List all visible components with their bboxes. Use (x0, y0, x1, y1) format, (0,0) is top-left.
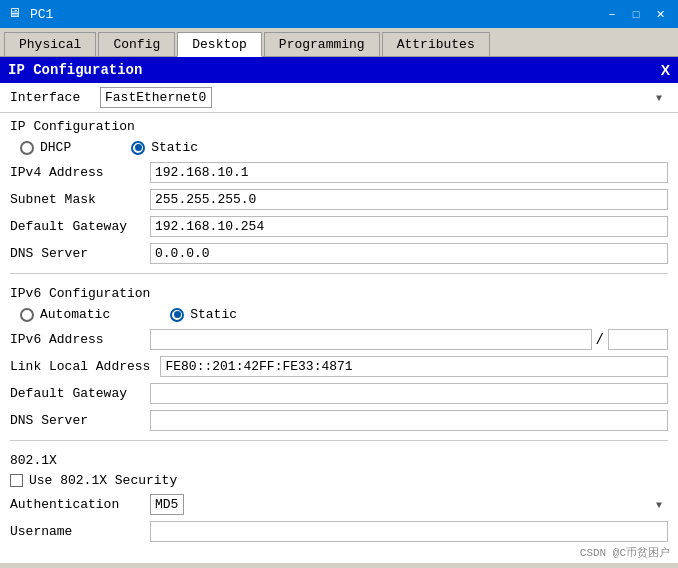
minimize-button[interactable]: − (602, 6, 622, 22)
dns-server-input-ipv4[interactable] (150, 243, 668, 264)
authentication-select[interactable]: MD5 (150, 494, 184, 515)
window-close-button[interactable]: ✕ (650, 6, 670, 22)
dns-server-row-ipv4: DNS Server (0, 240, 678, 267)
static-radio-option-ipv6[interactable]: Static (170, 307, 237, 322)
link-local-row: Link Local Address (0, 353, 678, 380)
tab-physical[interactable]: Physical (4, 32, 96, 56)
username-row: Username (0, 518, 678, 545)
ipv4-ipv6-divider (10, 273, 668, 274)
static-radio-option-ipv4[interactable]: Static (131, 140, 198, 155)
subnet-mask-label: Subnet Mask (10, 192, 140, 207)
authentication-label: Authentication (10, 497, 140, 512)
link-local-label: Link Local Address (10, 359, 150, 374)
pc-icon: 🖥 (8, 6, 24, 22)
static-label-ipv4: Static (151, 140, 198, 155)
username-input[interactable] (150, 521, 668, 542)
dns-server-row-ipv6: DNS Server (0, 407, 678, 434)
ip-config-title: IP Configuration (8, 62, 142, 78)
ipv4-address-input[interactable] (150, 162, 668, 183)
interface-select[interactable]: FastEthernet0 (100, 87, 212, 108)
ipv6-address-row: IPv6 Address / (0, 326, 678, 353)
authentication-row: Authentication MD5 (0, 491, 678, 518)
tab-desktop[interactable]: Desktop (177, 32, 262, 57)
default-gateway-label-ipv4: Default Gateway (10, 219, 140, 234)
title-bar: 🖥 PC1 − □ ✕ (0, 0, 678, 28)
default-gateway-row-ipv6: Default Gateway (0, 380, 678, 407)
subnet-mask-input[interactable] (150, 189, 668, 210)
dns-server-input-ipv6[interactable] (150, 410, 668, 431)
default-gateway-input-ipv4[interactable] (150, 216, 668, 237)
ipv6-802-divider (10, 440, 668, 441)
title-bar-left: 🖥 PC1 (8, 6, 53, 22)
ipv4-radio-row: DHCP Static (0, 136, 678, 159)
dhcp-label: DHCP (40, 140, 71, 155)
ipv6-address-label: IPv6 Address (10, 332, 140, 347)
ipv6-prefix-input[interactable] (608, 329, 668, 350)
tab-config[interactable]: Config (98, 32, 175, 56)
automatic-label: Automatic (40, 307, 110, 322)
dns-server-label-ipv6: DNS Server (10, 413, 140, 428)
username-label: Username (10, 524, 140, 539)
ip-config-close-button[interactable]: X (661, 62, 670, 78)
tab-attributes[interactable]: Attributes (382, 32, 490, 56)
auth-select-wrapper: MD5 (150, 494, 668, 515)
tab-bar: Physical Config Desktop Programming Attr… (0, 28, 678, 57)
maximize-button[interactable]: □ (626, 6, 646, 22)
window-title: PC1 (30, 7, 53, 22)
use-802-row: Use 802.1X Security (0, 470, 678, 491)
default-gateway-label-ipv6: Default Gateway (10, 386, 140, 401)
static-radio-circle-ipv6[interactable] (170, 308, 184, 322)
title-bar-controls: − □ ✕ (602, 6, 670, 22)
ipv6-slash: / (596, 332, 604, 348)
static-radio-circle-ipv4[interactable] (131, 141, 145, 155)
ipv4-address-row: IPv4 Address (0, 159, 678, 186)
static-label-ipv6: Static (190, 307, 237, 322)
interface-row: Interface FastEthernet0 (0, 83, 678, 113)
use-802-checkbox[interactable] (10, 474, 23, 487)
use-802-label: Use 802.1X Security (29, 473, 177, 488)
802-section-label: 802.1X (0, 447, 678, 470)
automatic-radio-circle[interactable] (20, 308, 34, 322)
ipv6-address-input[interactable] (150, 329, 592, 350)
interface-select-wrapper: FastEthernet0 (100, 87, 668, 108)
dhcp-radio-option[interactable]: DHCP (20, 140, 71, 155)
tab-programming[interactable]: Programming (264, 32, 380, 56)
dns-server-label-ipv4: DNS Server (10, 246, 140, 261)
default-gateway-row-ipv4: Default Gateway (0, 213, 678, 240)
ipv6-input-group: / (150, 329, 668, 350)
ipv6-section-label: IPv6 Configuration (0, 280, 678, 303)
automatic-radio-option[interactable]: Automatic (20, 307, 110, 322)
ipv4-section-label: IP Configuration (0, 113, 678, 136)
ipv4-address-label: IPv4 Address (10, 165, 140, 180)
subnet-mask-row: Subnet Mask (0, 186, 678, 213)
interface-label: Interface (10, 90, 90, 105)
ip-config-header: IP Configuration X (0, 57, 678, 83)
dhcp-radio-circle[interactable] (20, 141, 34, 155)
ipv6-radio-row: Automatic Static (0, 303, 678, 326)
main-content: IP Configuration X Interface FastEtherne… (0, 57, 678, 563)
link-local-input[interactable] (160, 356, 668, 377)
default-gateway-input-ipv6[interactable] (150, 383, 668, 404)
